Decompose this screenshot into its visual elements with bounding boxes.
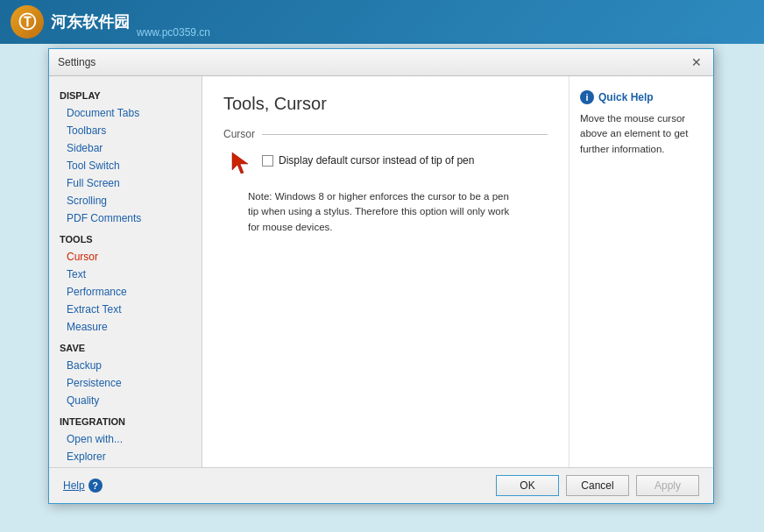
sidebar-header-tools: TOOLS <box>49 227 202 248</box>
sidebar-item-open-with[interactable]: Open with... <box>49 430 202 448</box>
display-cursor-checkbox[interactable] <box>262 155 273 167</box>
quick-help-title: i Quick Help <box>580 90 703 104</box>
watermark-url: www.pc0359.cn <box>137 26 210 39</box>
page-title: Tools, Cursor <box>223 94 548 114</box>
checkbox-area: Display default cursor instead of tip of… <box>262 151 474 167</box>
sidebar-item-full-screen[interactable]: Full Screen <box>49 174 202 192</box>
sidebar-item-scrolling[interactable]: Scrolling <box>49 192 202 209</box>
sidebar-item-performance[interactable]: Performance <box>49 283 202 301</box>
sidebar-item-pdf-comments[interactable]: PDF Comments <box>49 209 202 227</box>
main-content: Tools, Cursor Cursor Di <box>202 76 569 467</box>
dialog-body: DISPLAY Document Tabs Toolbars Sidebar T… <box>49 76 713 467</box>
help-link[interactable]: Help ? <box>63 479 103 493</box>
divider-line <box>262 134 548 135</box>
watermark-logo: Ⓣ <box>11 5 44 39</box>
cursor-icon-area: Display default cursor instead of tip of… <box>230 151 548 179</box>
note-text: Note: Windows 8 or higher enforces the c… <box>248 189 520 235</box>
sidebar-item-sidebar[interactable]: Sidebar <box>49 139 202 157</box>
dialog-footer: Help ? OK Cancel Apply <box>49 467 713 503</box>
cursor-arrow-icon <box>230 151 251 179</box>
apply-button[interactable]: Apply <box>636 475 699 496</box>
svg-marker-0 <box>232 153 248 174</box>
title-bar: Settings ✕ <box>49 49 713 76</box>
sidebar-item-text[interactable]: Text <box>49 266 202 283</box>
checkbox-row: Display default cursor instead of tip of… <box>262 154 474 167</box>
sidebar-header-save: SAVE <box>49 336 202 357</box>
sidebar-header-integration: INTEGRATION <box>49 409 202 430</box>
sidebar-item-persistence[interactable]: Persistence <box>49 374 202 392</box>
watermark-bar: Ⓣ 河东软件园 www.pc0359.cn <box>0 0 764 44</box>
sidebar-item-explorer[interactable]: Explorer <box>49 448 202 465</box>
sidebar-item-document-tabs[interactable]: Document Tabs <box>49 104 202 122</box>
cancel-button[interactable]: Cancel <box>566 475 629 496</box>
info-icon: i <box>580 90 594 104</box>
close-button[interactable]: ✕ <box>689 54 704 70</box>
help-circle-icon: ? <box>88 479 103 493</box>
sidebar-item-backup[interactable]: Backup <box>49 357 202 374</box>
cursor-section-divider: Cursor <box>223 128 548 140</box>
sidebar-item-measure[interactable]: Measure <box>49 318 202 336</box>
checkbox-label: Display default cursor instead of tip of… <box>279 154 474 167</box>
footer-left: Help ? <box>63 479 106 493</box>
quick-help-label: Quick Help <box>598 91 654 103</box>
sidebar-item-toolbars[interactable]: Toolbars <box>49 122 202 139</box>
sidebar-header-display: DISPLAY <box>49 83 202 104</box>
help-label: Help <box>63 479 85 492</box>
sidebar-item-cursor[interactable]: Cursor <box>49 248 202 266</box>
quick-help-panel: i Quick Help Move the mouse cursor above… <box>569 76 713 467</box>
settings-dialog: Settings ✕ DISPLAY Document Tabs Toolbar… <box>48 48 714 504</box>
sidebar-item-tool-switch[interactable]: Tool Switch <box>49 157 202 174</box>
dialog-title: Settings <box>58 56 96 68</box>
logo-icon: Ⓣ <box>18 11 36 34</box>
sidebar-item-extract-text[interactable]: Extract Text <box>49 301 202 318</box>
ok-button[interactable]: OK <box>496 475 559 496</box>
quick-help-text: Move the mouse cursor above an element t… <box>580 111 703 157</box>
dialog-wrapper: Settings ✕ DISPLAY Document Tabs Toolbar… <box>48 48 714 504</box>
cursor-section-label: Cursor <box>223 128 255 140</box>
watermark-site-name: 河东软件园 <box>51 11 130 32</box>
sidebar-item-quality[interactable]: Quality <box>49 392 202 409</box>
sidebar: DISPLAY Document Tabs Toolbars Sidebar T… <box>49 76 202 467</box>
